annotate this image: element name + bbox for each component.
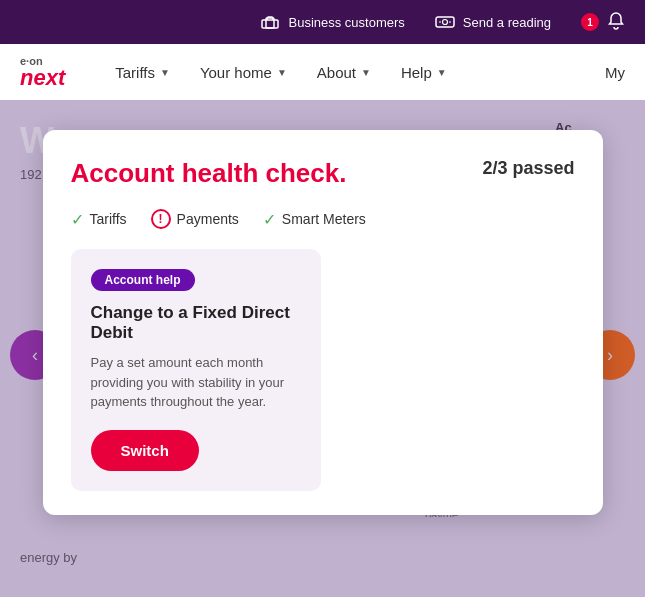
card-badge: Account help [91,269,195,291]
nav-my[interactable]: My [605,64,625,81]
your-home-label: Your home [200,64,272,81]
help-label: Help [401,64,432,81]
modal-header: Account health check. 2/3 passed [71,158,575,189]
svg-point-3 [442,20,447,25]
your-home-chevron-icon: ▼ [277,67,287,78]
check-smart-meters: ✓ Smart Meters [263,210,366,229]
check-payments: ! Payments [151,209,239,229]
modal-passed: 2/3 passed [482,158,574,179]
send-reading-link[interactable]: Send a reading [435,12,551,32]
notification-icon [607,12,625,33]
check-tariffs-label: Tariffs [90,211,127,227]
check-warning-icon: ! [151,209,171,229]
business-customers-label: Business customers [288,15,404,30]
card-title: Change to a Fixed Direct Debit [91,303,301,343]
check-payments-label: Payments [177,211,239,227]
check-smart-meters-label: Smart Meters [282,211,366,227]
nav-bar: e·on next Tariffs ▼ Your home ▼ About ▼ … [0,44,645,100]
check-tariffs: ✓ Tariffs [71,210,127,229]
nav-tariffs[interactable]: Tariffs ▼ [115,64,170,81]
notification-item[interactable]: 1 [581,12,625,33]
svg-rect-2 [436,17,454,27]
modal: Account health check. 2/3 passed ✓ Tarif… [43,130,603,515]
logo[interactable]: e·on next [20,56,65,89]
svg-rect-1 [262,20,278,28]
nav-your-home[interactable]: Your home ▼ [200,64,287,81]
briefcase-icon [260,12,280,32]
tariffs-chevron-icon: ▼ [160,67,170,78]
tariffs-label: Tariffs [115,64,155,81]
nav-help[interactable]: Help ▼ [401,64,447,81]
about-chevron-icon: ▼ [361,67,371,78]
account-help-card: Account help Change to a Fixed Direct De… [71,249,321,491]
modal-overlay: Account health check. 2/3 passed ✓ Tarif… [0,100,645,597]
business-customers-link[interactable]: Business customers [260,12,404,32]
about-label: About [317,64,356,81]
modal-checks: ✓ Tariffs ! Payments ✓ Smart Meters [71,209,575,229]
top-bar: Business customers Send a reading 1 [0,0,645,44]
nav-about[interactable]: About ▼ [317,64,371,81]
check-pass-icon-2: ✓ [263,210,276,229]
switch-button[interactable]: Switch [91,430,199,471]
card-description: Pay a set amount each month providing yo… [91,353,301,412]
logo-next: next [20,67,65,89]
help-chevron-icon: ▼ [437,67,447,78]
modal-title: Account health check. [71,158,347,189]
check-pass-icon: ✓ [71,210,84,229]
notification-badge: 1 [581,13,599,31]
meter-icon [435,12,455,32]
send-reading-label: Send a reading [463,15,551,30]
